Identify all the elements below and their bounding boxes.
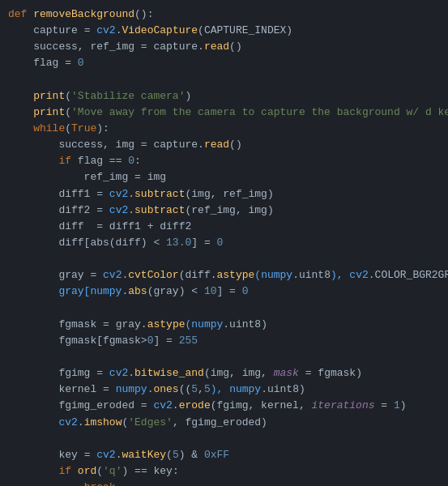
code-line: diff1 = cv2.subtract(img, ref_img) (8, 186, 440, 202)
code-editor: def removeBackground(): capture = cv2.Vi… (0, 0, 448, 486)
code-line (8, 349, 440, 365)
code-line: print('Stabilize camera') (8, 88, 440, 104)
code-line: fgmask = gray.astype(numpy.uint8) (8, 317, 440, 333)
code-line: kernel = numpy.ones((5,5), numpy.uint8) (8, 382, 440, 398)
code-line: success, ref_img = capture.read() (8, 39, 440, 55)
code-line (8, 251, 440, 267)
code-line: gray = cv2.cvtColor(diff.astype(numpy.ui… (8, 267, 440, 284)
code-line (8, 72, 440, 88)
code-line: break (8, 480, 440, 486)
code-line: while(True): (8, 121, 440, 137)
code-line: success, img = capture.read() (8, 137, 440, 153)
code-line: capture = cv2.VideoCapture(CAPTURE_INDEX… (8, 23, 440, 39)
code-line: if ord('q') == key: (8, 463, 440, 480)
code-line: gray[numpy.abs(gray) < 10] = 0 (8, 284, 440, 300)
code-line (8, 431, 440, 447)
code-line: if flag == 0: (8, 153, 440, 169)
code-line: def removeBackground(): (8, 6, 440, 23)
code-line: print('Move away from the camera to capt… (8, 104, 440, 121)
code-line: diff2 = cv2.subtract(ref_img, img) (8, 202, 440, 219)
code-line: fgimg = cv2.bitwise_and(img, img, mask =… (8, 365, 440, 382)
code-line: cv2.imshow('Edges', fgimg_eroded) (8, 415, 440, 431)
code-line: diff = diff1 + diff2 (8, 219, 440, 235)
code-line: key = cv2.waitKey(5) & 0xFF (8, 447, 440, 463)
code-line: flag = 0 (8, 55, 440, 71)
code-line: diff[abs(diff) < 13.0] = 0 (8, 235, 440, 251)
code-line (8, 301, 440, 317)
code-line: fgmask[fgmask>0] = 255 (8, 333, 440, 349)
code-line: ref_img = img (8, 169, 440, 185)
code-line: fgimg_eroded = cv2.erode(fgimg, kernel, … (8, 398, 440, 414)
